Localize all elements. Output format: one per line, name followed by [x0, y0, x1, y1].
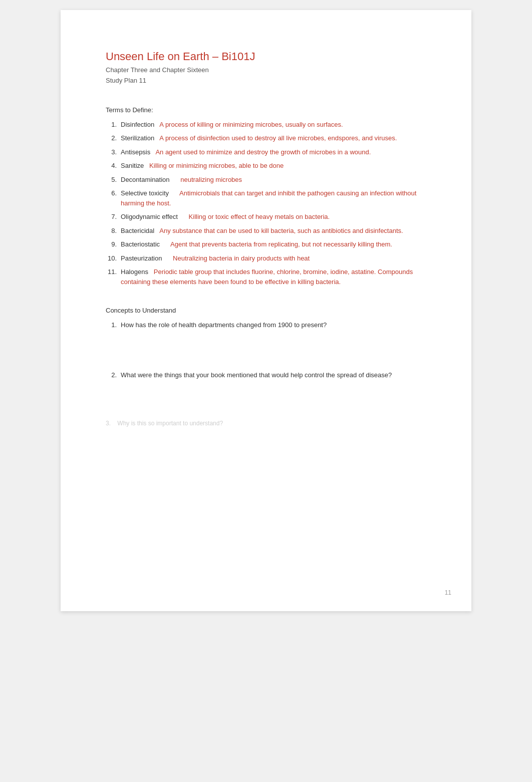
list-item: 3. Antisepsis An agent used to minimize …: [106, 147, 426, 157]
list-item: 10. Pasteurization Neutralizing bacteria…: [106, 253, 426, 264]
concept-item: 2. What were the things that your book m…: [106, 370, 426, 380]
question-text: What were the things that your book ment…: [121, 370, 426, 380]
term-word: Bacteriostatic: [121, 240, 170, 248]
list-item: 5. Decontamination neutralizing microbes: [106, 175, 426, 185]
concepts-section: Concepts to Understand 1. How has the ro…: [106, 307, 426, 380]
term-content: Sanitize Killing or minimizing microbes,…: [121, 161, 426, 171]
list-item: 1. Disinfection A process of killing or …: [106, 120, 426, 130]
item-number: 2.: [106, 133, 121, 143]
term-word: Bactericidal: [121, 227, 159, 234]
item-number: 1.: [106, 120, 121, 130]
item-number: 4.: [106, 161, 121, 171]
term-content: Disinfection A process of killing or min…: [121, 120, 426, 130]
item-number: 9.: [106, 239, 121, 249]
term-content: Selective toxicity Antimicrobials that c…: [121, 188, 426, 208]
term-definition: A process of disinfection used to destro…: [159, 134, 397, 142]
term-definition: Any substance that can be used to kill b…: [159, 227, 403, 234]
term-word: Antisepsis: [121, 148, 155, 156]
term-word: Pasteurization: [121, 254, 173, 262]
term-word: Disinfection: [121, 121, 159, 128]
list-item: 11. Halogens Periodic table group that i…: [106, 267, 426, 287]
item-number: 2.: [106, 370, 121, 380]
term-definition: Killing or toxic effect of heavy metals …: [189, 213, 330, 220]
item-number: 1.: [106, 320, 121, 330]
concept-item: 1. How has the role of health department…: [106, 320, 426, 330]
item-number: 3.: [106, 147, 121, 157]
term-content: Bacteriostatic Agent that prevents bacte…: [121, 239, 426, 249]
list-item: 2. Sterilization A process of disinfecti…: [106, 133, 426, 143]
page-number: 11: [445, 589, 451, 596]
term-word: Sterilization: [121, 134, 159, 142]
item-number: 11.: [106, 267, 121, 287]
list-item: 8. Bactericidal Any substance that can b…: [106, 226, 426, 236]
term-content: Antisepsis An agent used to minimize and…: [121, 147, 426, 157]
subtitle: Chapter Three and Chapter Sixteen Study …: [106, 65, 426, 86]
term-word: Selective toxicity: [121, 189, 179, 197]
term-definition: A process of killing or minimizing micro…: [159, 121, 343, 128]
term-content: Sterilization A process of disinfection …: [121, 133, 426, 143]
term-definition: Killing or minimizing microbes, able to …: [149, 162, 284, 169]
item-number: 7.: [106, 212, 121, 222]
term-content: Halogens Periodic table group that inclu…: [121, 267, 426, 287]
concepts-section-header: Concepts to Understand: [106, 307, 426, 314]
blurred-content: 3. Why is this so important to understan…: [106, 420, 426, 427]
subtitle-line2: Study Plan 11: [106, 76, 426, 86]
term-content: Pasteurization Neutralizing bacteria in …: [121, 253, 426, 264]
item-number: 8.: [106, 226, 121, 236]
term-definition: Neutralizing bacteria in dairy products …: [173, 254, 310, 262]
term-definition: Agent that prevents bacteria from replic…: [170, 240, 392, 248]
list-item: 4. Sanitize Killing or minimizing microb…: [106, 161, 426, 171]
subtitle-line1: Chapter Three and Chapter Sixteen: [106, 65, 426, 76]
question-text: How has the role of health departments c…: [121, 320, 426, 330]
list-item: 9. Bacteriostatic Agent that prevents ba…: [106, 239, 426, 249]
concepts-list: 1. How has the role of health department…: [106, 320, 426, 380]
list-item: 7. Oligodynamic effect Killing or toxic …: [106, 212, 426, 222]
term-word: Halogens: [121, 268, 154, 276]
term-content: Oligodynamic effect Killing or toxic eff…: [121, 212, 426, 222]
item-number: 10.: [106, 253, 121, 264]
term-definition: An agent used to minimize and destroy th…: [155, 148, 371, 156]
terms-section-header: Terms to Define:: [106, 106, 426, 114]
list-item: 6. Selective toxicity Antimicrobials tha…: [106, 188, 426, 208]
term-word: Oligodynamic effect: [121, 213, 189, 220]
page-title: Unseen Life on Earth – Bi101J: [106, 50, 426, 63]
document-page: Unseen Life on Earth – Bi101J Chapter Th…: [61, 10, 471, 611]
term-word: Sanitize: [121, 162, 149, 169]
terms-list: 1. Disinfection A process of killing or …: [106, 120, 426, 287]
term-content: Decontamination neutralizing microbes: [121, 175, 426, 185]
term-definition: Periodic table group that includes fluor…: [121, 268, 413, 286]
term-word: Decontamination: [121, 176, 180, 183]
item-number: 6.: [106, 188, 121, 208]
term-definition: neutralizing microbes: [180, 176, 242, 183]
term-content: Bactericidal Any substance that can be u…: [121, 226, 426, 236]
item-number: 5.: [106, 175, 121, 185]
